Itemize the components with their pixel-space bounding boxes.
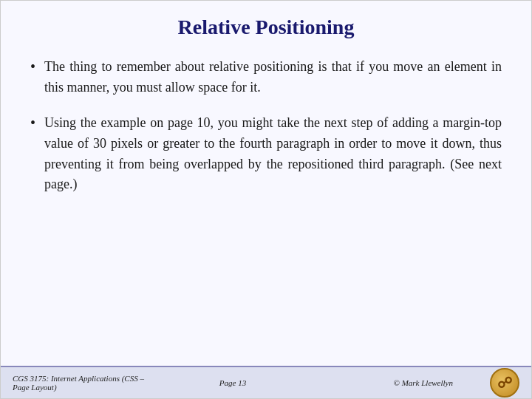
bullet-section: • The thing to remember about relative p…: [30, 57, 502, 195]
footer-logo: ☍: [490, 368, 519, 398]
bullet-text-1: The thing to remember about relative pos…: [44, 57, 502, 98]
slide: Relative Positioning • The thing to reme…: [0, 0, 532, 399]
logo-icon: ☍: [490, 368, 519, 398]
slide-footer: CGS 3175: Internet Applications (CSS – P…: [1, 366, 531, 398]
bullet-dot-2: •: [30, 115, 35, 132]
footer-page: Page 13: [160, 378, 307, 387]
slide-content: Relative Positioning • The thing to reme…: [1, 1, 531, 366]
footer-course: CGS 3175: Internet Applications (CSS – P…: [13, 374, 160, 392]
footer-copyright: © Mark Llewellyn: [306, 378, 453, 387]
bullet-text-2: Using the example on page 10, you might …: [44, 113, 502, 196]
slide-title: Relative Positioning: [30, 16, 502, 39]
bullet-item-2: • Using the example on page 10, you migh…: [30, 113, 502, 196]
bullet-dot-1: •: [30, 58, 35, 75]
bullet-item-1: • The thing to remember about relative p…: [30, 57, 502, 98]
